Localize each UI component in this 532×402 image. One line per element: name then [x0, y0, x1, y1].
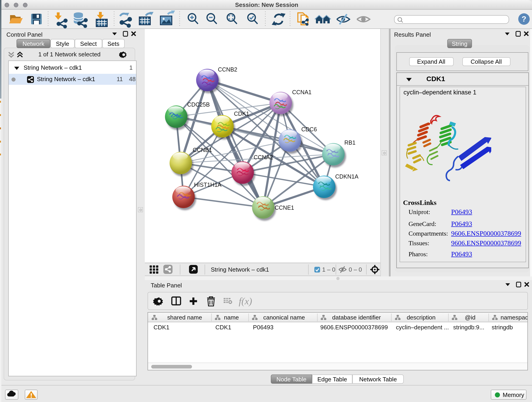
- svg-text:CCNA2: CCNA2: [253, 154, 273, 160]
- svg-text:P06493: P06493: [253, 324, 273, 331]
- svg-text:database identifier: database identifier: [332, 314, 381, 321]
- svg-text:f(x): f(x): [239, 296, 252, 307]
- svg-text:@id: @id: [465, 314, 476, 321]
- svg-text:CDK1: CDK1: [215, 324, 231, 331]
- svg-text:CCNE1: CCNE1: [274, 204, 294, 211]
- svg-text:description: description: [407, 314, 436, 321]
- svg-text:CDC6: CDC6: [301, 126, 317, 133]
- svg-text:stringdb:9...: stringdb:9...: [453, 324, 484, 331]
- svg-text:stringdb: stringdb: [492, 324, 513, 331]
- svg-text:CDK1: CDK1: [234, 110, 249, 117]
- svg-text:CDKN1A: CDKN1A: [335, 173, 358, 180]
- svg-text:CCNA1: CCNA1: [292, 89, 311, 95]
- svg-text:CDK1: CDK1: [153, 324, 169, 331]
- svg-text:0 – 0: 0 – 0: [348, 266, 362, 273]
- svg-text:HIST1H1A: HIST1H1A: [194, 182, 221, 188]
- svg-text:canonical name: canonical name: [263, 314, 305, 321]
- svg-text:namespace: namespace: [500, 314, 527, 321]
- svg-text:name: name: [224, 314, 239, 321]
- svg-text:CDC25B: CDC25B: [187, 101, 210, 108]
- svg-text:CCNB1: CCNB1: [192, 147, 212, 153]
- svg-text:RB1: RB1: [344, 139, 355, 146]
- svg-text:9606.ENSP00000378699: 9606.ENSP00000378699: [320, 324, 388, 331]
- svg-text:shared name: shared name: [167, 314, 202, 321]
- svg-text:1 – 0: 1 – 0: [322, 266, 335, 273]
- svg-text:cyclin–dependent ...: cyclin–dependent ...: [396, 324, 449, 331]
- svg-text:String Network – cdk1: String Network – cdk1: [210, 266, 269, 273]
- svg-text:CCNB2: CCNB2: [218, 66, 237, 73]
